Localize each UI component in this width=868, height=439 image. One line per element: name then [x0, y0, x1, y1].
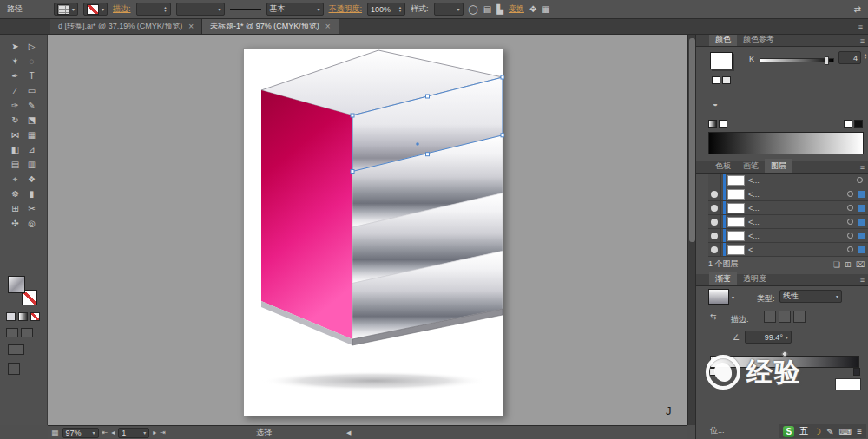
column-graph-tool[interactable]: ▮ [24, 187, 39, 201]
zoom-tool[interactable]: ◎ [24, 216, 39, 231]
artboard[interactable] [243, 48, 503, 416]
magic-wand-tool[interactable]: ✶ [8, 54, 23, 69]
pattern-options-icon[interactable]: ▦ [542, 4, 549, 14]
stroke-weight-spinner[interactable]: ▲ ▼ [164, 6, 168, 13]
target-circle-icon[interactable] [847, 246, 853, 252]
tab-brushes[interactable]: 画笔 [737, 159, 765, 173]
reverse-gradient-icon[interactable]: ⇆ [710, 312, 717, 321]
variable-width-dropdown[interactable]: ▾ [176, 3, 225, 16]
screen-mode-button[interactable] [8, 344, 24, 355]
gradient-stop-left[interactable] [709, 368, 716, 376]
color-button[interactable] [6, 312, 16, 321]
close-icon[interactable]: × [188, 22, 194, 31]
document-tab-inactive[interactable]: d [转换].ai* @ 37.19% (CMYK/预览) × [50, 19, 202, 34]
document-tab-active[interactable]: 未标题-1* @ 97% (CMYK/预览) × [202, 19, 339, 34]
previous-artboard-icon[interactable]: ◂ [111, 429, 115, 436]
pen-tool[interactable]: ✒ [8, 69, 23, 83]
gradient-tool[interactable]: ▥ [24, 157, 39, 172]
visibility-toggle[interactable] [708, 243, 721, 256]
layer-row[interactable]: <... [708, 243, 868, 257]
transform-grid-icon[interactable]: ✥ [529, 4, 536, 14]
tab-swatches[interactable]: 色板 [709, 159, 737, 173]
stroke-gradient-within-button[interactable] [764, 311, 776, 323]
direct-selection-tool[interactable]: ▷ [24, 39, 39, 54]
slider-thumb[interactable] [825, 56, 829, 65]
style-dropdown[interactable]: ▾ [434, 3, 464, 16]
visibility-toggle[interactable] [708, 187, 721, 200]
paintbrush-tool[interactable]: ✑ [8, 98, 23, 113]
layer-row[interactable]: <... [708, 201, 868, 215]
white-mini-swatch[interactable] [844, 120, 852, 128]
document-setup-icon[interactable]: ▤ [483, 4, 491, 14]
k-value-spinner[interactable]: ▲ ▼ [864, 53, 867, 60]
rotate-tool[interactable]: ↻ [8, 113, 23, 128]
tab-gradient[interactable]: 渐变 [709, 272, 737, 285]
mini-fill-swatch[interactable] [712, 76, 720, 84]
panel-menu-icon[interactable]: ≡ [860, 163, 865, 172]
artboard-navigation-dropdown[interactable]: 1 ▾ [118, 428, 149, 438]
shape-builder-tool[interactable]: ◧ [8, 142, 23, 157]
fill-color-dropdown[interactable]: ▾ [54, 3, 78, 16]
ime-wubi-mode[interactable]: 五 [799, 425, 808, 437]
stroke-gradient-across-button[interactable] [793, 311, 806, 323]
free-transform-tool[interactable]: ▦ [24, 128, 39, 142]
fill-stroke-indicator[interactable] [8, 276, 37, 305]
mesh-tool[interactable]: ▤ [8, 157, 23, 172]
canvas-area[interactable]: J [48, 35, 687, 425]
slice-tool[interactable]: ✂ [24, 201, 39, 216]
fill-proxy-swatch[interactable] [8, 276, 25, 293]
layer-row[interactable]: <... [708, 215, 868, 229]
visibility-toggle[interactable] [708, 229, 721, 242]
ime-menu-icon[interactable]: ≡ [857, 427, 862, 436]
none-button[interactable] [30, 312, 40, 321]
artboard-tool[interactable]: ⊞ [8, 201, 23, 216]
width-tool[interactable]: ⋈ [8, 128, 23, 142]
hand-tool[interactable]: ✣ [8, 216, 23, 231]
selection-tool[interactable]: ➤ [8, 39, 23, 54]
target-circle-icon[interactable] [847, 191, 853, 197]
align-dropdown-icon[interactable]: ▙ [496, 4, 503, 14]
draw-normal-button[interactable] [6, 328, 18, 337]
layer-row[interactable]: <... [708, 174, 868, 187]
visibility-toggle[interactable] [708, 215, 721, 228]
pencil-tool[interactable]: ✎ [24, 98, 39, 113]
layer-row[interactable]: <... [708, 229, 868, 243]
panel-menu-icon[interactable]: ≡ [860, 276, 865, 285]
opacity-mask-icon[interactable]: ◯ [469, 4, 478, 14]
opacity-panel-link[interactable]: 不透明度: [329, 3, 363, 15]
lasso-tool[interactable]: ◌ [24, 54, 39, 69]
scrollbar-thumb[interactable] [689, 38, 695, 242]
gradient-button[interactable] [18, 312, 28, 321]
last-artboard-icon[interactable]: ⇥ [160, 429, 166, 436]
workspace-switcher-icon[interactable]: ⇄ [854, 4, 861, 14]
ime-keyboard-icon[interactable]: ⌨ [839, 427, 852, 436]
stroke-color-dropdown[interactable]: ▾ [83, 3, 108, 16]
k-channel-slider[interactable] [760, 58, 834, 62]
ime-pen-icon[interactable]: ✎ [826, 427, 833, 436]
symbol-sprayer-tool[interactable]: ☸ [8, 187, 23, 201]
close-icon[interactable]: × [326, 22, 331, 31]
black-mini-swatch[interactable] [854, 120, 863, 128]
tab-layers[interactable]: 图层 [765, 159, 792, 173]
panel-menu-icon[interactable]: ≡ [860, 36, 865, 45]
stroke-proxy-mini[interactable] [712, 76, 731, 84]
gradient-midpoint-handle[interactable] [781, 351, 788, 357]
ime-logo-icon[interactable]: S [783, 426, 794, 437]
zoom-dropdown[interactable]: 97% ▾ [62, 428, 99, 438]
vertical-scrollbar[interactable] [687, 35, 695, 425]
target-circle-icon[interactable] [857, 177, 863, 183]
k-value-field[interactable]: 4 [838, 51, 861, 64]
target-circle-icon[interactable] [847, 219, 853, 225]
eyedropper-tool[interactable]: ⌖ [8, 172, 23, 187]
tab-transparency[interactable]: 透明度 [737, 272, 773, 285]
visibility-toggle[interactable] [708, 174, 721, 187]
line-segment-tool[interactable]: ∕ [8, 83, 23, 98]
target-circle-icon[interactable] [847, 233, 853, 239]
gradient-preview-swatch[interactable] [708, 289, 729, 305]
tab-overflow-menu-icon[interactable]: ≡ [858, 23, 863, 31]
white-mini-swatch[interactable] [719, 120, 727, 128]
mini-stroke-swatch[interactable] [722, 76, 731, 84]
visibility-toggle[interactable] [708, 201, 721, 214]
k-spectrum-ramp[interactable] [708, 132, 864, 154]
blend-tool[interactable]: ❖ [24, 172, 39, 187]
